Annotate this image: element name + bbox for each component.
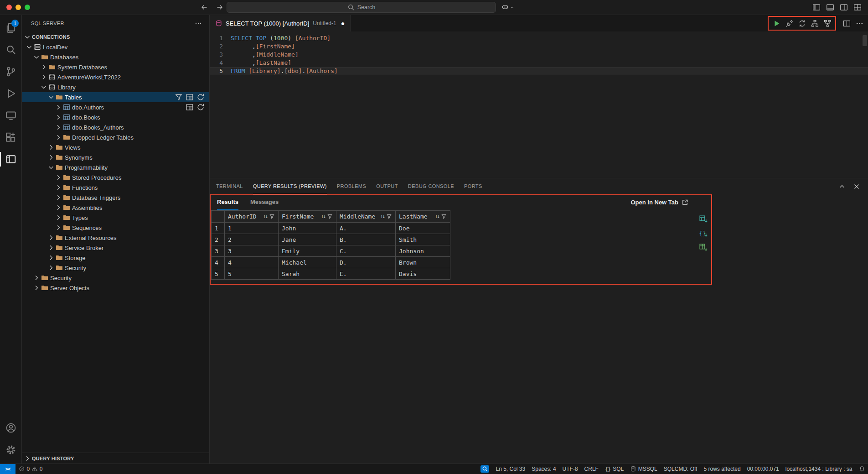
status-connection-info[interactable]: localhost,1434 : Library : sa — [782, 464, 856, 474]
open-in-new-tab-button[interactable]: Open in New Tab — [631, 199, 705, 206]
chevron-right-icon[interactable] — [40, 73, 47, 81]
chevron-right-icon[interactable] — [33, 274, 40, 281]
tree-item-tables[interactable]: Tables — [22, 92, 209, 102]
tree-item-types[interactable]: Types — [22, 213, 209, 223]
tree-item-dbo-books-authors[interactable]: dbo.Books_Authors — [22, 122, 209, 132]
status-notifications[interactable] — [856, 464, 868, 474]
status-encoding[interactable]: UTF-8 — [559, 464, 581, 474]
grid-cell[interactable]: A. — [336, 223, 396, 234]
chevron-right-icon[interactable] — [47, 234, 55, 241]
chevron-right-icon[interactable] — [33, 284, 40, 292]
actual-plan-button[interactable] — [822, 18, 832, 28]
grid-cell[interactable]: 3 — [225, 245, 279, 257]
customize-layout-icon[interactable] — [853, 3, 862, 11]
tree-item-adventureworkslt2022[interactable]: AdventureWorksLT2022 — [22, 72, 209, 82]
chevron-right-icon[interactable] — [55, 184, 62, 191]
grid-cell[interactable]: 5 — [225, 268, 279, 280]
tree-item-library[interactable]: Library — [22, 82, 209, 92]
chevron-down-icon[interactable] — [47, 164, 55, 171]
tree-item-dropped-ledger-tables[interactable]: Dropped Ledger Tables — [22, 132, 209, 142]
panel-tab-problems[interactable]: PROBLEMS — [337, 178, 366, 194]
activity-item-source-control[interactable] — [0, 61, 21, 83]
tree-item-server-objects[interactable]: Server Objects — [22, 283, 209, 293]
filter-icon[interactable] — [269, 214, 275, 219]
refresh-button[interactable] — [196, 93, 205, 101]
chevron-right-icon[interactable] — [47, 244, 55, 251]
activity-item-settings[interactable] — [0, 439, 21, 461]
grid-cell[interactable]: Sarah — [279, 268, 336, 280]
chevron-down-icon[interactable] — [33, 53, 40, 61]
minimize-window-button[interactable] — [16, 5, 21, 10]
tree-item-database-triggers[interactable]: Database Triggers — [22, 193, 209, 203]
grid-cell[interactable]: E. — [336, 268, 396, 280]
chevron-down-icon[interactable] — [40, 83, 47, 91]
panel-tab-debug-console[interactable]: DEBUG CONSOLE — [408, 178, 454, 194]
status-query-time[interactable]: 00:00:00.071 — [744, 464, 782, 474]
tree-item-sequences[interactable]: Sequences — [22, 223, 209, 233]
sidebar-more-actions-button[interactable] — [195, 20, 202, 27]
grid-cell[interactable]: C. — [336, 245, 396, 257]
chevron-right-icon[interactable] — [55, 204, 62, 211]
chevron-down-icon[interactable] — [26, 43, 33, 51]
grid-cell[interactable]: B. — [336, 234, 396, 245]
copilot-button[interactable] — [501, 4, 515, 11]
code-line-4[interactable]: 4 ,[LastName] — [210, 59, 868, 67]
command-center-search[interactable]: Search — [227, 2, 496, 13]
code-editor[interactable]: 1SELECT TOP (1000) [AuthorID]2 ,[FirstNa… — [210, 31, 868, 178]
toggle-secondary-sidebar-icon[interactable] — [840, 3, 848, 11]
results-tab-messages[interactable]: Messages — [250, 194, 279, 210]
chevron-down-icon[interactable] — [47, 94, 55, 101]
grid-cell[interactable]: Brown — [396, 257, 450, 268]
code-line-5[interactable]: 5FROM [Library].[dbo].[Authors] — [210, 67, 868, 75]
status-indentation[interactable]: Spaces: 4 — [528, 464, 559, 474]
tree-item-databases[interactable]: Databases — [22, 52, 209, 62]
navigate-forward-icon[interactable] — [215, 2, 225, 12]
maximize-panel-icon[interactable] — [837, 182, 847, 192]
grid-cell[interactable]: 4 — [225, 257, 279, 268]
tree-item-security[interactable]: Security — [22, 273, 209, 283]
grid-cell[interactable]: 2 — [225, 234, 279, 245]
tree-item-security[interactable]: Security — [22, 263, 209, 273]
tree-item-dbo-authors[interactable]: dbo.Authors — [22, 102, 209, 112]
run-query-button[interactable] — [771, 18, 781, 28]
tree-item-assemblies[interactable]: Assemblies — [22, 203, 209, 213]
status-rows-affected[interactable]: 5 rows affected — [701, 464, 744, 474]
tree-item-service-broker[interactable]: Service Broker — [22, 243, 209, 253]
chevron-right-icon[interactable] — [55, 124, 62, 131]
modified-indicator[interactable]: ● — [341, 20, 345, 26]
remote-indicator[interactable]: >< — [0, 464, 16, 474]
chevron-right-icon[interactable] — [47, 264, 55, 271]
activity-item-accounts[interactable] — [0, 417, 21, 439]
chevron-right-icon[interactable] — [55, 174, 62, 181]
more-actions-button[interactable] — [854, 18, 864, 28]
grid-column-authorid[interactable]: AuthorID↑↓ — [225, 210, 279, 223]
chevron-right-icon[interactable] — [55, 194, 62, 201]
grid-cell[interactable]: D. — [336, 257, 396, 268]
tree-item-external-resources[interactable]: External Resources — [22, 233, 209, 243]
close-panel-icon[interactable] — [852, 182, 862, 192]
grid-cell[interactable]: Johnson — [396, 245, 450, 257]
new-table-button[interactable] — [186, 93, 194, 101]
tree-item-views[interactable]: Views — [22, 142, 209, 152]
status-zoom[interactable] — [477, 464, 493, 474]
activity-item-sql-server[interactable] — [0, 148, 21, 170]
grid-column-middlename[interactable]: MiddleName↑↓ — [336, 210, 396, 223]
activity-item-remote-explorer[interactable] — [0, 104, 21, 126]
refresh-button[interactable] — [196, 103, 205, 111]
tree-item-localdev[interactable]: LocalDev — [22, 42, 209, 52]
grid-row[interactable]: 33EmilyC.Johnson — [211, 245, 712, 257]
filter-button[interactable] — [175, 93, 183, 101]
filter-icon[interactable] — [386, 214, 392, 219]
toggle-panel-icon[interactable] — [826, 3, 834, 11]
save-as-excel-button[interactable] — [698, 243, 708, 252]
grid-row[interactable]: 55SarahE.Davis — [211, 268, 712, 280]
activity-item-extensions[interactable] — [0, 126, 21, 148]
chevron-right-icon[interactable] — [47, 254, 55, 261]
activity-item-explorer[interactable]: 1 — [0, 17, 21, 39]
chevron-right-icon[interactable] — [55, 224, 62, 231]
editor-tab-untitled-1[interactable]: SELECT TOP (1000) [AuthorID] Untitled-1 … — [210, 15, 351, 31]
connections-section-header[interactable]: CONNECTIONS — [22, 31, 209, 42]
panel-tab-terminal[interactable]: TERMINAL — [216, 178, 243, 194]
tree-item-stored-procedures[interactable]: Stored Procedures — [22, 172, 209, 182]
save-as-csv-button[interactable] — [698, 214, 708, 224]
